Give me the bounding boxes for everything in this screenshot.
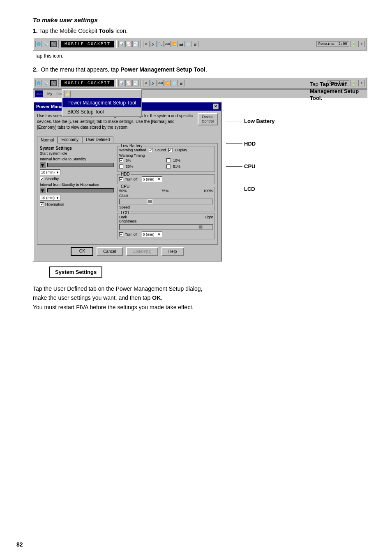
page-number: 82 [16,541,23,548]
lcd-combo[interactable]: 5 (min) ▼ [142,232,162,237]
callout-label-lcd: LCD [244,186,255,192]
cpu-section: CPU 50% 75% 100% Clock Spee [117,187,215,211]
hibernate-slider[interactable] [47,188,114,192]
sound-checkbox[interactable]: ✔ [149,148,153,152]
separator-1 [58,40,59,48]
cpu-speed-label: Speed [119,205,213,209]
usb-icon: USB [164,41,171,47]
taskbar-right-icons: ⚙ 🔊 🔍 USB 📶 📷 💿 🖨 [143,41,198,47]
lcd-slider[interactable] [119,224,213,230]
taskbar-right: Remains: 2:00 🔋 ? [316,41,365,47]
section-title: To make user settings [33,16,367,23]
taskbar-screenshot-1: 🌐 📡 🔧 MOBILE COCKPIT 📊 📈 📉 ⚙ 🔊 🔍 USB 📶 📷 [33,37,367,51]
pct30-label: 30% [126,164,133,169]
lcd-arrow: ▼ [157,232,161,236]
display-checkbox[interactable]: ✔ [168,148,173,152]
low-battery-section: Low Battery Warning Method ✔ Sound ✔ Dis… [117,146,215,172]
lcd-section: LCD Dark Light Brightness [117,213,215,239]
lcd-light-label: Light [205,215,213,219]
callout-labels: Low Battery HDD CPU LCD [226,102,274,262]
pct5-row: ✔ 5% [119,158,166,162]
hdd-turnoff-checkbox[interactable]: ✔ [119,177,123,181]
hdd-value: 5 (min) [143,177,154,181]
ok-button[interactable]: OK [71,247,93,256]
taskbar-title-2: MOBILE COCKPIT [61,80,114,87]
dropdown-item-bios[interactable]: BIOS Setup Tool [62,107,141,116]
taskbar-center-icons: 📊 📈 📉 [118,41,139,47]
dialog-body: Use this screen to make user power manag… [34,111,221,261]
callout-label-hdd: HDD [244,141,256,147]
taskbar-title-1: MOBILE COCKPIT [61,41,114,48]
screenshot-area: 🌐 📡 🔧 MOBILE COCKPIT 📊 📈 📉 ⚙ 🔊 USB 📶 [33,77,367,278]
globe-icon-2: 🌐 [35,80,42,86]
pct5-label: 5% [126,158,131,162]
low-battery-label: Low Battery [120,144,143,148]
cpu-pct50: 50% [119,189,127,193]
standby-slider[interactable] [47,163,114,167]
callout-low-battery: Low Battery [226,118,274,124]
standby-checkbox[interactable]: ✔ [40,177,44,181]
hdd-label: HDD [120,172,131,176]
cpu-slider-thumb[interactable] [148,199,152,204]
icon-2i: 🖨 [178,80,184,86]
update-button[interactable]: Update(U) [126,247,158,256]
device-control-button[interactable]: Device Control [198,113,218,125]
tools-icon[interactable]: 🔧 [50,41,57,47]
lcd-turnoff-row: ✔ Turn off 5 (min) ▼ [119,232,213,237]
bottom-line-1: Tap the User Defined tab on the Power Ma… [33,284,367,293]
icon-2c: 📉 [132,80,139,86]
icon-2h: 💿 [171,80,178,86]
cpu-slider[interactable] [119,199,213,204]
icon-c: 📉 [132,41,139,47]
network-icon-2: 📡 [43,80,49,86]
sound-label: Sound [155,148,166,152]
folder-icon: 📁 [64,91,71,97]
icon-a: 📊 [118,41,125,47]
standby-value: 10 (min) [41,170,55,174]
callout-line-lcd [226,189,242,189]
icon-f: 🔍 [157,41,164,47]
lcd-value: 5 (min) [143,232,154,236]
pct10-label: 10% [173,158,180,162]
hibernate-checkbox[interactable]: ✔ [40,202,44,206]
system-settings-callout-wrapper: System Settings [49,264,367,278]
lcd-slider-thumb[interactable] [198,225,203,229]
pct5-checkbox[interactable]: ✔ [119,158,123,162]
pct30-row: 30% [119,164,166,169]
dropdown-header: 📁 [62,90,141,98]
lcd-brightness-label: Brightness [119,219,213,223]
interval-hibernate-label: Interval from Standby to Hibernation [40,183,114,187]
cancel-button[interactable]: Cancel [97,247,122,256]
dropdown-menu: 📁 Power Management Setup Tool BIOS Setup… [62,89,142,117]
standby-check-row: ✔ Standby [40,177,114,181]
tab-user-defined[interactable]: User Defined [82,136,113,143]
hibernate-slider-row: ▼ [40,188,114,193]
hdd-combo[interactable]: 5 (min) ▼ [142,176,162,182]
sep-b [116,79,117,87]
cpu-clock-label: Clock [119,194,213,198]
icon-2g: 📶 [164,80,171,86]
dropdown-item-power[interactable]: Power Management Setup Tool [62,98,141,107]
pct30-checkbox[interactable] [119,164,123,169]
icon-d: ⚙ [143,41,150,47]
pct51-checkbox[interactable] [166,164,171,169]
help-button[interactable]: Help [161,247,184,256]
cpu-pct100: 100% [203,189,213,193]
lcd-turnoff-label: Turn off [125,232,138,236]
lcd-turnoff-checkbox[interactable]: ✔ [119,232,123,236]
tab-economy[interactable]: Economy [58,136,82,143]
tab-normal[interactable]: Normal [37,137,58,144]
dialog-close-button[interactable]: ✕ [213,104,219,109]
pct10-checkbox[interactable] [166,158,171,162]
sep-c [141,79,141,87]
separator-3 [141,40,141,48]
cpu-label: CPU [120,184,130,189]
hdd-arrow: ▼ [157,177,161,181]
standby-check-label: Standby [45,177,59,181]
hibernate-combo[interactable]: 10 (min) ▼ [40,195,60,201]
warning-method-label: Warning Method [119,148,146,152]
warning-timing-label: Warning Timing [119,153,213,158]
cpu-pct75: 75% [161,189,168,193]
warning-method-row: Warning Method ✔ Sound ✔ Display [119,148,213,152]
standby-combo[interactable]: 10 (min) ▼ [40,169,60,175]
